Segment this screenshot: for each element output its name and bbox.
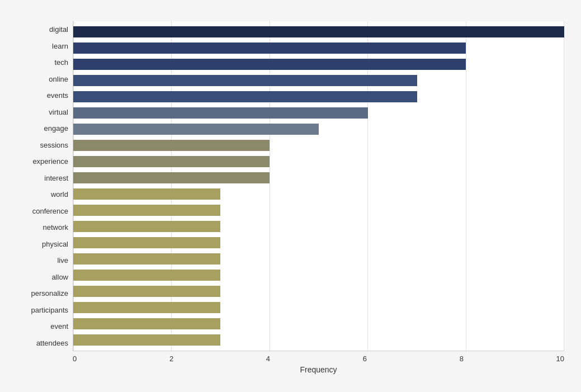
bar xyxy=(73,26,564,37)
y-axis-label: events xyxy=(17,92,68,99)
y-axis-label: allow xyxy=(17,273,68,281)
y-axis-label: participants xyxy=(17,306,68,314)
y-axis-label: sessions xyxy=(17,141,68,149)
x-axis-label: Frequency xyxy=(73,365,564,374)
bar xyxy=(73,91,417,102)
bar-row xyxy=(73,154,564,169)
bar-row xyxy=(73,171,564,185)
bar-row xyxy=(73,106,564,120)
y-axis-label: personalize xyxy=(17,290,68,297)
bar xyxy=(73,42,466,54)
bar xyxy=(73,221,220,232)
bar xyxy=(73,334,220,346)
bar-row xyxy=(73,284,564,299)
y-axis-label: interest xyxy=(17,174,68,182)
bar xyxy=(73,302,220,313)
bar-row xyxy=(73,268,564,282)
bar-row xyxy=(73,300,564,315)
bar-row xyxy=(73,138,564,153)
x-tick-label: 2 xyxy=(169,355,173,363)
y-axis-label: experience xyxy=(17,158,68,165)
x-axis: 0246810 xyxy=(73,351,564,363)
chart-container: digitallearntechonlineeventsvirtualengag… xyxy=(0,0,581,392)
bar xyxy=(73,253,220,265)
bar-row xyxy=(73,41,564,55)
bar xyxy=(73,156,270,167)
bar xyxy=(73,124,319,135)
bar-row xyxy=(73,89,564,104)
x-tick-label: 0 xyxy=(73,355,77,363)
y-axis-label: tech xyxy=(17,59,68,66)
y-axis-label: live xyxy=(17,257,68,264)
bar-row xyxy=(73,57,564,72)
y-axis-label: engage xyxy=(17,125,68,132)
bar xyxy=(73,188,220,200)
bar-row xyxy=(73,73,564,88)
bar-row xyxy=(73,333,564,347)
y-axis-label: physical xyxy=(17,240,68,248)
bar xyxy=(73,140,270,151)
bar xyxy=(73,172,270,183)
bar xyxy=(73,318,220,329)
bar xyxy=(73,59,466,70)
y-axis-label: conference xyxy=(17,207,68,215)
y-axis-label: attendees xyxy=(17,339,68,347)
bar-row xyxy=(73,25,564,39)
x-tick-label: 4 xyxy=(266,355,270,363)
y-axis-label: event xyxy=(17,323,68,330)
bar-row xyxy=(73,203,564,218)
y-axis-label: world xyxy=(17,191,68,198)
bar-row xyxy=(73,252,564,266)
bar xyxy=(73,107,368,119)
bar xyxy=(73,75,417,86)
x-tick-label: 10 xyxy=(556,355,564,363)
bar-row xyxy=(73,317,564,331)
chart-area: digitallearntechonlineeventsvirtualengag… xyxy=(17,21,564,351)
y-axis-label: network xyxy=(17,224,68,231)
bar-row xyxy=(73,235,564,250)
bar-row xyxy=(73,219,564,234)
x-tick-label: 6 xyxy=(363,355,367,363)
y-axis-labels: digitallearntechonlineeventsvirtualengag… xyxy=(17,21,73,351)
bars-grid xyxy=(73,21,564,351)
y-axis-label: digital xyxy=(17,26,68,33)
y-axis-label: virtual xyxy=(17,108,68,116)
y-axis-label: learn xyxy=(17,42,68,50)
bar xyxy=(73,286,220,297)
y-axis-label: online xyxy=(17,75,68,83)
bar-row xyxy=(73,122,564,136)
bar xyxy=(73,205,220,216)
bar xyxy=(73,270,220,281)
bar xyxy=(73,237,220,248)
bar-row xyxy=(73,187,564,201)
x-tick-label: 8 xyxy=(460,355,464,363)
